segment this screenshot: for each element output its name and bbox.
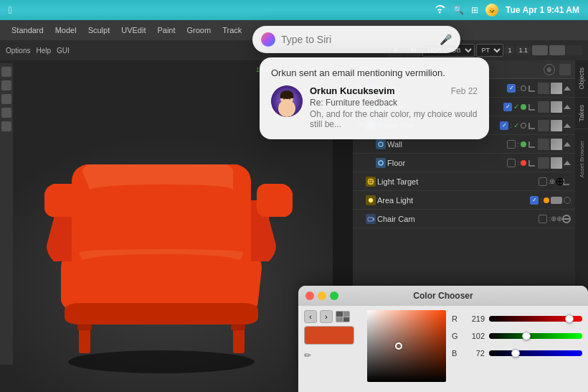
b-label: B — [452, 349, 460, 358]
gui-menu[interactable]: GUI — [57, 47, 70, 55]
chaircam-controls: : ⊕ — [539, 215, 571, 223]
wall2-label: Wall — [387, 140, 506, 149]
toolbar-sculpt[interactable]: Sculpt — [82, 24, 116, 36]
user-avatar-icon[interactable]: 🐱 — [485, 4, 498, 17]
arealight-dot-orange — [544, 197, 549, 203]
lighttarget-check[interactable] — [539, 177, 547, 186]
b-slider-thumb[interactable] — [511, 349, 520, 358]
dropper-icon[interactable]: ✏ — [304, 350, 311, 360]
wall1-thumb-2 — [551, 101, 562, 113]
toolbar-standard[interactable]: Standard — [6, 24, 49, 36]
tab-asset-browser-label: Asset Browser — [579, 141, 585, 178]
toolbar-track[interactable]: Track — [217, 24, 247, 36]
floor-thumb-1 — [538, 157, 549, 169]
wall1-check[interactable]: ✓ — [503, 103, 512, 111]
minimize-button[interactable] — [318, 291, 326, 300]
toolbar-uvedit[interactable]: UVEdit — [115, 24, 151, 36]
filter-btn[interactable] — [559, 64, 571, 75]
notification-banner[interactable]: Orkun sent an email mentioning vermilion… — [260, 57, 489, 139]
dropper-row: ✏ — [304, 350, 361, 360]
render-btn-2[interactable] — [549, 45, 565, 55]
tab-objects[interactable]: Objects — [575, 60, 588, 98]
outliner-row-arealight[interactable]: Area Light ✓ : — [353, 191, 575, 210]
sender-avatar — [271, 85, 303, 117]
floor-label: Floor — [387, 159, 506, 167]
room-triangle-icon — [564, 86, 571, 90]
color-next-btn[interactable]: › — [320, 310, 333, 323]
render-btn-3[interactable] — [566, 45, 582, 55]
search-icon[interactable]: 🔍 — [453, 5, 464, 15]
b-slider-track[interactable] — [489, 350, 582, 356]
color-gradient-picker[interactable] — [367, 310, 446, 382]
chaircam-label: Chair Cam — [377, 215, 537, 223]
floor-controls: : — [507, 157, 571, 169]
notification-subject: Re: Furniture feedback — [310, 98, 478, 108]
outliner-row-lighttarget[interactable]: Light Target : ⊕ — [353, 172, 575, 191]
current-color-swatch[interactable] — [304, 326, 354, 345]
g-slider-track[interactable] — [489, 333, 582, 339]
toolbar-model[interactable]: Model — [49, 24, 82, 36]
tab-asset-browser[interactable]: Asset Browser — [575, 129, 588, 190]
sender-name: Orkun Kucuksevim — [310, 85, 395, 96]
color-grid-btn[interactable] — [336, 311, 350, 322]
render-btn-1[interactable] — [532, 45, 548, 55]
wall1-controls: ✓ ✓ — [503, 101, 571, 113]
floor-check[interactable] — [507, 159, 516, 167]
globe-icon-btn[interactable]: ⊕ — [544, 64, 555, 75]
room-color-dot — [521, 85, 526, 91]
lighttarget-crosshair-icon: ⊕ — [552, 177, 561, 186]
outliner-row-floor[interactable]: Floor : — [353, 154, 575, 172]
left-tool-btn-3[interactable] — [1, 94, 11, 104]
outliner-row-chaircam[interactable]: Chair Cam : ⊕ — [353, 210, 575, 228]
screen-icon[interactable]: ⊞ — [471, 5, 478, 15]
left-tool-btn-5[interactable] — [1, 121, 11, 131]
wall2-thumb-1 — [538, 139, 549, 150]
r-slider-thumb[interactable] — [565, 314, 574, 323]
close-button[interactable] — [305, 291, 314, 300]
svg-point-4 — [283, 98, 285, 100]
left-tool-panel — [0, 63, 13, 365]
wall2-thumb-2 — [551, 139, 562, 150]
arealight-check[interactable]: ✓ — [530, 196, 539, 205]
arealight-label: Area Light — [377, 196, 528, 205]
wifi-icon[interactable] — [435, 5, 446, 16]
roomrim-color-dot — [521, 123, 526, 129]
color-chooser-body: ‹ › ✏ R 219 — [298, 306, 588, 392]
room-corner-icon[interactable] — [528, 84, 536, 93]
siri-mic-icon[interactable]: 🎤 — [440, 34, 452, 45]
help-menu[interactable]: Help — [36, 47, 51, 55]
room-dot-icon: : — [517, 85, 519, 92]
arealight-controls: ✓ : — [530, 196, 571, 205]
svg-point-5 — [289, 98, 291, 100]
chaircam-check[interactable] — [539, 215, 547, 223]
slider-row-g: G 102 — [452, 329, 582, 343]
gradient-cursor — [395, 342, 402, 350]
color-prev-btn[interactable]: ‹ — [304, 310, 317, 323]
room-visible-check[interactable]: ✓ — [507, 84, 516, 93]
r-slider-track[interactable] — [489, 316, 582, 322]
left-tool-btn-4[interactable] — [1, 108, 11, 118]
siri-search-bar[interactable]: 🎤 — [252, 26, 460, 53]
left-tool-btn-1[interactable] — [1, 67, 11, 77]
left-tool-btn-2[interactable] — [1, 80, 11, 90]
roomrim-check[interactable]: ✓ — [500, 121, 508, 130]
avatar-image — [271, 85, 303, 117]
viewport-value2: 1.1 — [516, 46, 531, 55]
toolbar-paint[interactable]: Paint — [151, 24, 181, 36]
roomrim-thumb-2 — [551, 120, 562, 131]
toolbar-groom[interactable]: Groom — [181, 24, 217, 36]
color-chooser-titlebar: Color Chooser — [298, 286, 588, 306]
slider-row-b: B 72 — [452, 346, 582, 360]
slider-row-r: R 219 — [452, 312, 582, 326]
tab-objects-label: Objects — [578, 67, 585, 90]
render-engine-dropdown[interactable]: PT — [476, 44, 503, 57]
floor-triangle — [564, 161, 571, 165]
g-slider-thumb[interactable] — [522, 332, 531, 340]
color-nav-row: ‹ › — [304, 310, 361, 323]
options-menu[interactable]: Options — [6, 47, 30, 55]
maximize-button[interactable] — [330, 291, 338, 300]
siri-input[interactable] — [281, 34, 434, 45]
g-value: 102 — [465, 332, 485, 340]
tab-takes[interactable]: Takes — [575, 98, 588, 130]
wall2-check[interactable] — [507, 140, 516, 149]
